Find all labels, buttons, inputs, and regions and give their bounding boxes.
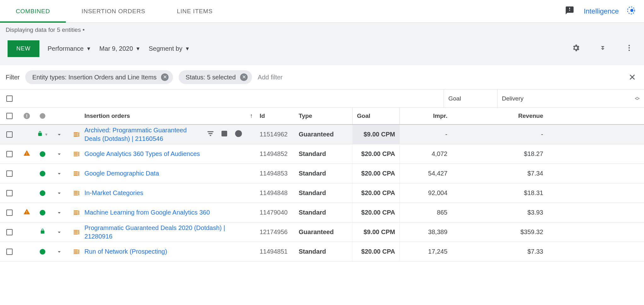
expand-row-icon[interactable]	[50, 131, 68, 138]
chevron-down-icon: ▼	[86, 46, 91, 52]
row-name-link[interactable]: Programmatic Guaranteed Deals 2020 (Dotd…	[84, 224, 245, 241]
row-goal: $20.00 CPA	[352, 144, 400, 164]
insertion-order-icon	[68, 209, 84, 216]
column-group-goal: Goal	[444, 89, 497, 107]
column-header-revenue[interactable]: Revenue	[453, 108, 548, 124]
select-all-checkbox-2[interactable]	[6, 113, 13, 119]
row-checkbox[interactable]	[6, 249, 13, 255]
intelligence-link[interactable]: Intelligence	[584, 7, 619, 15]
tab-insertion-orders[interactable]: INSERTION ORDERS	[66, 0, 161, 22]
row-revenue: $359.32	[453, 222, 548, 242]
status-icon	[40, 113, 45, 119]
row-type: Standard	[299, 209, 352, 216]
filter-action-icon[interactable]	[207, 130, 214, 139]
feedback-icon[interactable]	[565, 6, 574, 17]
chip-label: Entity types: Insertion Orders and Line …	[32, 74, 157, 81]
expand-row-icon[interactable]	[50, 190, 68, 197]
column-header-id[interactable]: Id	[258, 112, 299, 119]
status-lock-icon[interactable]	[39, 228, 46, 236]
insertion-order-icon	[68, 189, 84, 197]
add-filter[interactable]: Add filter	[258, 74, 283, 81]
row-impr: 865	[400, 203, 453, 222]
status-active-icon	[40, 249, 45, 255]
performance-label: Performance	[48, 45, 84, 52]
delivery-label: Delivery	[502, 95, 524, 102]
row-checkbox[interactable]	[6, 229, 13, 235]
table-row: Machine Learning from Google Analytics 3…	[0, 203, 644, 222]
filter-chip-entity-types[interactable]: Entity types: Insertion Orders and Line …	[25, 70, 173, 84]
status-lock-icon[interactable]: ▼	[37, 130, 48, 138]
column-header-name[interactable]: Insertion orders	[84, 112, 245, 119]
row-checkbox[interactable]	[6, 210, 13, 216]
close-filters-icon[interactable]: ✕	[626, 72, 638, 83]
row-id: 11514962	[258, 131, 299, 138]
date-dropdown[interactable]: Mar 9, 2020 ▼	[99, 45, 141, 52]
row-goal: $9.00 CPM	[352, 222, 400, 242]
column-header-impr[interactable]: Impr.	[400, 108, 453, 124]
segment-dropdown[interactable]: Segment by ▼	[149, 45, 190, 52]
expand-all-icon[interactable]	[594, 44, 612, 54]
close-icon[interactable]: ✕	[161, 73, 169, 81]
performance-dropdown[interactable]: Performance ▼	[48, 45, 91, 52]
table-row: Google Demographic Data11494853Standard$…	[0, 164, 644, 183]
segment-label: Segment by	[149, 45, 182, 52]
status-active-icon	[40, 210, 45, 216]
row-name-link[interactable]: Run of Network (Prospecting)	[84, 247, 170, 256]
row-name-link[interactable]: Google Analytics 360 Types of Audiences	[84, 150, 203, 158]
row-checkbox[interactable]	[6, 151, 13, 157]
row-checkbox[interactable]	[6, 170, 13, 177]
row-impr: 54,427	[400, 164, 453, 183]
tab-combined[interactable]: COMBINED	[0, 0, 66, 22]
row-revenue: -	[453, 125, 548, 144]
row-name-link[interactable]: Machine Learning from Google Analytics 3…	[84, 208, 212, 217]
row-checkbox[interactable]	[6, 190, 13, 196]
table-row: ▼Archived: Programmatic Guaranteed Deals…	[0, 125, 644, 144]
row-id: 11494848	[258, 189, 299, 197]
select-all-checkbox[interactable]	[6, 95, 13, 102]
row-checkbox[interactable]	[6, 131, 13, 138]
column-header-type[interactable]: Type	[299, 112, 352, 119]
row-id: 11494851	[258, 248, 299, 255]
close-icon[interactable]: ✕	[240, 73, 248, 81]
expand-row-icon[interactable]	[50, 170, 68, 177]
gear-icon[interactable]	[566, 43, 585, 54]
row-name-link[interactable]: Google Demographic Data	[84, 169, 162, 178]
column-header-goal[interactable]: Goal	[352, 108, 400, 124]
row-impr: 92,004	[400, 183, 453, 203]
row-name-link[interactable]: Archived: Programmatic Guaranteed Deals …	[84, 126, 204, 143]
warning-icon	[23, 208, 30, 217]
row-goal: $20.00 CPA	[352, 242, 400, 261]
more-vert-icon[interactable]	[620, 44, 638, 54]
row-type: Standard	[299, 189, 352, 197]
expand-row-icon[interactable]	[50, 248, 68, 255]
date-label: Mar 9, 2020	[99, 45, 133, 52]
expand-columns-icon[interactable]: < >	[635, 96, 638, 101]
sort-arrow-icon[interactable]: ↑	[245, 112, 258, 119]
chevron-down-icon: ▼	[185, 46, 190, 52]
row-type: Standard	[299, 150, 352, 158]
expand-row-icon[interactable]	[50, 209, 68, 216]
tab-line-items[interactable]: LINE ITEMS	[161, 0, 228, 22]
filter-chip-status[interactable]: Status: 5 selected ✕	[179, 70, 252, 84]
row-goal: $20.00 CPA	[352, 203, 400, 222]
insertion-order-icon	[68, 228, 84, 236]
row-id: 11494852	[258, 150, 299, 158]
table-row: In-Market Categories11494848Standard$20.…	[0, 183, 644, 203]
info-text: Displaying data for 5 entities •	[0, 23, 644, 33]
open-action-icon[interactable]	[221, 130, 228, 139]
intelligence-icon[interactable]	[626, 6, 636, 17]
new-button[interactable]: NEW	[8, 40, 39, 57]
status-active-icon	[40, 190, 45, 196]
add-action-icon[interactable]	[234, 129, 243, 139]
status-active-icon	[40, 151, 45, 157]
alert-icon: !	[24, 113, 30, 119]
row-goal: $20.00 CPA	[352, 164, 400, 183]
expand-row-icon[interactable]	[50, 151, 68, 158]
row-revenue: $3.93	[453, 203, 548, 222]
row-revenue: $18.27	[453, 144, 548, 164]
table-row: Run of Network (Prospecting)11494851Stan…	[0, 242, 644, 262]
svg-point-2	[629, 45, 630, 46]
expand-row-icon[interactable]	[50, 229, 68, 236]
row-name-link[interactable]: In-Market Categories	[84, 189, 146, 197]
row-impr: 17,245	[400, 242, 453, 261]
